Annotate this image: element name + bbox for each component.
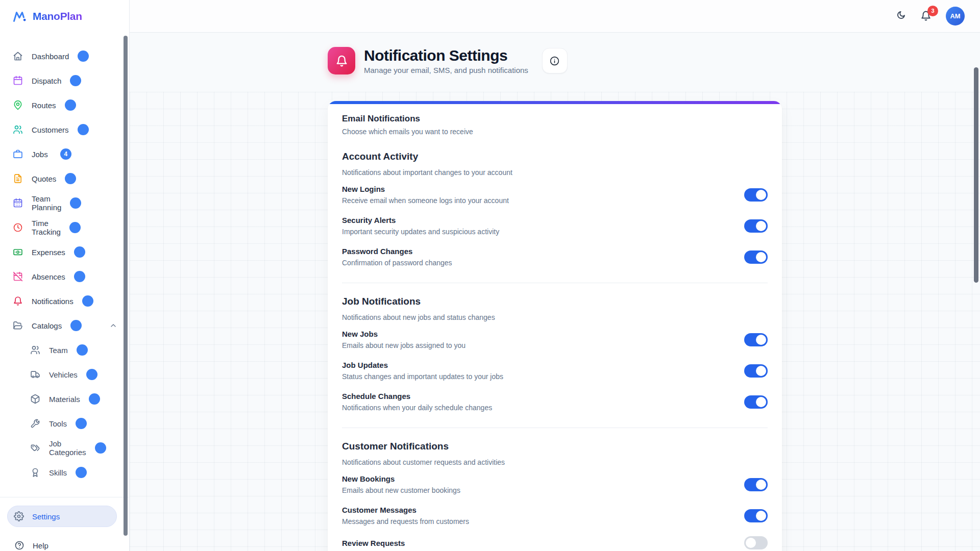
- setting-row-review-requests: Review Requests: [342, 536, 768, 549]
- toggle-password-changes[interactable]: [744, 251, 768, 264]
- sidebar-item-quotes[interactable]: Quotes: [0, 166, 129, 191]
- setting-description: Confirmation of password changes: [342, 258, 452, 267]
- toggle-job-updates[interactable]: [744, 364, 768, 378]
- sidebar-scrollbar[interactable]: [124, 36, 128, 536]
- setting-description: Status changes and important updates to …: [342, 372, 503, 381]
- page-bell-icon: [328, 47, 355, 74]
- count-badge: [65, 99, 76, 111]
- tags-icon: [30, 443, 40, 453]
- section-title: Customer Notifications: [342, 440, 768, 453]
- sidebar: ManoPlan Dashboard Dispatch Routes Custo…: [0, 0, 130, 551]
- package-icon: [30, 394, 40, 404]
- user-avatar[interactable]: AM: [946, 7, 965, 26]
- email-notifications-card: Email Notifications Choose which emails …: [328, 101, 782, 551]
- toggle-review-requests[interactable]: [744, 536, 768, 549]
- users-icon: [30, 345, 40, 355]
- sidebar-item-vehicles[interactable]: Vehicles: [0, 362, 129, 387]
- sidebar-item-routes[interactable]: Routes: [0, 93, 129, 117]
- sidebar-item-team-planning[interactable]: Team Planning: [0, 191, 129, 215]
- info-button[interactable]: [542, 48, 568, 73]
- sidebar-item-settings[interactable]: Settings: [7, 506, 117, 527]
- sidebar-item-notifications[interactable]: Notifications: [0, 289, 129, 313]
- toggle-customer-messages[interactable]: [744, 509, 768, 522]
- count-badge: [74, 271, 85, 282]
- sidebar-item-dashboard[interactable]: Dashboard: [0, 44, 129, 68]
- toggle-knob: [756, 221, 766, 231]
- sidebar-item-label: Catalogs: [32, 321, 62, 330]
- toggle-new-jobs[interactable]: [744, 333, 768, 346]
- setting-description: Emails about new jobs assigned to you: [342, 341, 465, 350]
- app-name: ManoPlan: [33, 10, 82, 22]
- toggle-knob: [756, 190, 766, 200]
- calendar-icon: [13, 76, 23, 86]
- count-badge: [70, 320, 82, 331]
- sidebar-item-label: Team: [49, 346, 68, 355]
- count-badge: [65, 173, 76, 184]
- setting-row-customer-messages: Customer Messages Messages and requests …: [342, 505, 768, 526]
- sidebar-item-label: Dashboard: [32, 52, 69, 61]
- app-logo[interactable]: ManoPlan: [0, 0, 129, 33]
- section-description: Notifications about important changes to…: [342, 168, 768, 177]
- notification-count-badge: 3: [927, 6, 938, 16]
- sidebar-item-label: Time Tracking: [32, 219, 61, 236]
- chevron-up-icon: [104, 174, 111, 183]
- sidebar-item-label: Absences: [32, 272, 65, 281]
- wrench-icon: [30, 418, 40, 429]
- count-badge: [82, 295, 93, 307]
- chevron-up-icon: [109, 199, 111, 207]
- sidebar-item-label: Materials: [49, 395, 80, 404]
- setting-description: Messages and requests from customers: [342, 517, 469, 526]
- chevron-up-icon: [108, 223, 111, 232]
- sidebar-item-tools[interactable]: Tools: [0, 411, 129, 436]
- setting-label: Schedule Changes: [342, 391, 492, 401]
- toggle-knob: [756, 480, 766, 490]
- setting-row-security-alerts: Security Alerts Important security updat…: [342, 215, 768, 236]
- sidebar-item-label: Customers: [32, 126, 69, 134]
- manoplan-logo-icon: [12, 9, 28, 24]
- setting-description: Notifications when your daily schedule c…: [342, 403, 492, 412]
- sidebar-item-jobs[interactable]: Jobs 4: [0, 142, 129, 166]
- sidebar-item-dispatch[interactable]: Dispatch: [0, 68, 129, 93]
- sidebar-item-catalogs[interactable]: Catalogs: [0, 313, 129, 338]
- sidebar-item-expenses[interactable]: Expenses: [0, 240, 129, 264]
- section-description: Notifications about customer requests an…: [342, 458, 768, 467]
- chevron-up-icon: [109, 321, 117, 330]
- sidebar-item-label: Skills: [49, 468, 67, 477]
- users-icon: [13, 124, 23, 135]
- truck-icon: [30, 369, 40, 380]
- sidebar-item-absences[interactable]: Absences: [0, 264, 129, 289]
- sidebar-item-time-tracking[interactable]: Time Tracking: [0, 215, 129, 240]
- sidebar-item-label: Help: [33, 541, 48, 550]
- sidebar-item-customers[interactable]: Customers: [0, 117, 129, 142]
- sidebar-item-help[interactable]: Help: [0, 533, 129, 551]
- banknote-icon: [13, 247, 23, 257]
- sidebar-item-team[interactable]: Team: [0, 338, 129, 362]
- setting-label: New Bookings: [342, 474, 460, 484]
- toggle-new-logins[interactable]: [744, 188, 768, 202]
- sidebar-item-job-categories[interactable]: Job Categories: [0, 436, 129, 460]
- section-account-activity: Account Activity Notifications about imp…: [342, 151, 768, 267]
- count-badge: [77, 344, 88, 356]
- toggle-schedule-changes[interactable]: [744, 395, 768, 409]
- toggle-knob: [756, 511, 766, 521]
- sidebar-item-materials[interactable]: Materials: [0, 387, 129, 411]
- page-title: Notification Settings: [364, 47, 528, 64]
- setting-row-new-jobs: New Jobs Emails about new jobs assigned …: [342, 329, 768, 350]
- setting-row-job-updates: Job Updates Status changes and important…: [342, 360, 768, 381]
- notifications-bell-icon[interactable]: 3: [920, 10, 933, 22]
- toggle-security-alerts[interactable]: [744, 219, 768, 233]
- sidebar-item-label: Quotes: [32, 174, 56, 183]
- sidebar-nav: Dashboard Dispatch Routes Customers Jobs…: [0, 33, 129, 485]
- sidebar-item-label: Expenses: [32, 248, 65, 257]
- sidebar-item-skills[interactable]: Skills: [0, 460, 129, 485]
- toggle-new-bookings[interactable]: [744, 478, 768, 491]
- chevron-up-icon: [109, 77, 111, 85]
- page-scrollbar[interactable]: [974, 67, 978, 283]
- dark-mode-toggle-moon-icon[interactable]: [895, 10, 907, 22]
- file-text-icon: [13, 173, 23, 184]
- bell-icon: [13, 296, 23, 306]
- chevron-up-icon: [104, 101, 111, 109]
- count-badge: [89, 393, 100, 405]
- calendar-days-icon: [13, 198, 23, 208]
- main-content: Notification Settings Manage your email,…: [130, 33, 980, 551]
